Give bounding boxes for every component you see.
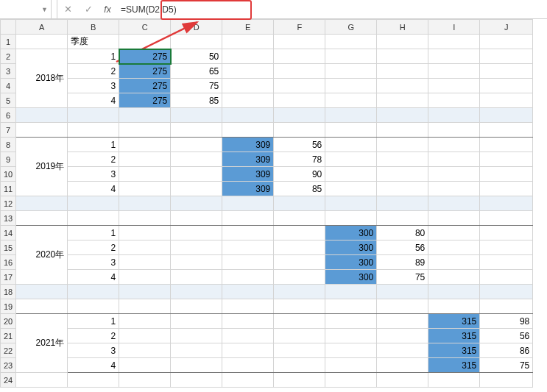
cell[interactable]	[377, 93, 428, 108]
cell[interactable]: 56	[274, 138, 325, 152]
cell[interactable]	[428, 182, 480, 196]
row-header[interactable]: 15	[1, 240, 16, 255]
row-header[interactable]: 13	[1, 211, 16, 226]
cell[interactable]	[16, 211, 68, 226]
cell[interactable]	[377, 299, 428, 314]
cell[interactable]	[480, 255, 533, 270]
cell[interactable]: 89	[377, 255, 428, 270]
cell[interactable]	[119, 314, 171, 329]
cell[interactable]: 75	[377, 270, 428, 285]
row-header[interactable]: 18	[1, 285, 16, 299]
spreadsheet-grid[interactable]: A B C D E F G H I J 1 季度 2 2018年 1 275 5…	[0, 19, 533, 388]
row-header[interactable]: 7	[1, 123, 16, 138]
col-header[interactable]: A	[16, 20, 68, 35]
cell[interactable]	[16, 35, 68, 49]
cell[interactable]	[480, 373, 533, 388]
cell[interactable]	[377, 211, 428, 226]
row-header[interactable]: 19	[1, 299, 16, 314]
cell[interactable]: 75	[171, 79, 222, 93]
cell[interactable]	[428, 167, 480, 182]
cell[interactable]	[377, 152, 428, 167]
cell[interactable]	[68, 285, 119, 299]
cell[interactable]	[480, 211, 533, 226]
cell[interactable]	[428, 93, 480, 108]
cell[interactable]	[274, 314, 325, 329]
cell[interactable]: 315	[428, 358, 480, 373]
cell[interactable]	[325, 93, 377, 108]
cell[interactable]	[377, 79, 428, 93]
cell[interactable]	[428, 64, 480, 79]
cell[interactable]	[16, 299, 68, 314]
row-header[interactable]: 11	[1, 182, 16, 196]
row-header[interactable]: 20	[1, 314, 16, 329]
cell[interactable]	[480, 64, 533, 79]
cell[interactable]	[274, 108, 325, 123]
cell[interactable]	[377, 373, 428, 388]
cell[interactable]	[222, 64, 274, 79]
cell[interactable]: 3	[68, 167, 119, 182]
cell[interactable]	[428, 49, 480, 64]
cell[interactable]	[428, 255, 480, 270]
cell[interactable]: 1	[68, 226, 119, 240]
cell[interactable]	[428, 35, 480, 49]
cell[interactable]	[377, 343, 428, 358]
cell[interactable]	[171, 182, 222, 196]
cell[interactable]	[171, 211, 222, 226]
row-header[interactable]: 3	[1, 64, 16, 79]
cell[interactable]	[274, 49, 325, 64]
cell[interactable]	[428, 270, 480, 285]
formula-input[interactable]: =SUM(D2:D5)	[116, 0, 547, 18]
cell[interactable]	[222, 314, 274, 329]
cell[interactable]	[171, 226, 222, 240]
cell[interactable]	[16, 108, 68, 123]
cell[interactable]	[377, 64, 428, 79]
cell[interactable]	[480, 299, 533, 314]
cell[interactable]	[171, 152, 222, 167]
cell[interactable]	[222, 79, 274, 93]
cell[interactable]	[171, 314, 222, 329]
cell[interactable]	[480, 182, 533, 196]
year-cell[interactable]: 2020年	[16, 226, 68, 285]
cell[interactable]: 86	[480, 343, 533, 358]
cell[interactable]: 56	[480, 329, 533, 343]
cell[interactable]: 3	[68, 255, 119, 270]
cell[interactable]	[377, 123, 428, 138]
cell[interactable]: 2	[68, 240, 119, 255]
cell[interactable]	[377, 182, 428, 196]
cell[interactable]	[274, 329, 325, 343]
cell[interactable]	[171, 123, 222, 138]
cell[interactable]	[325, 373, 377, 388]
cell[interactable]: 4	[68, 93, 119, 108]
cell[interactable]	[428, 79, 480, 93]
cell[interactable]	[222, 285, 274, 299]
cell[interactable]	[171, 358, 222, 373]
cell[interactable]	[119, 226, 171, 240]
year-cell[interactable]: 2019年	[16, 138, 68, 196]
cell[interactable]	[119, 138, 171, 152]
col-header[interactable]: H	[377, 20, 428, 35]
cell[interactable]: 90	[274, 167, 325, 182]
cell[interactable]	[68, 299, 119, 314]
cell[interactable]	[377, 108, 428, 123]
cell[interactable]	[68, 196, 119, 211]
name-box[interactable]: ▼	[0, 0, 52, 18]
cell[interactable]	[274, 358, 325, 373]
cell[interactable]	[171, 299, 222, 314]
cell[interactable]: 65	[171, 64, 222, 79]
cell[interactable]	[377, 35, 428, 49]
cell[interactable]	[428, 152, 480, 167]
select-all-corner[interactable]	[1, 20, 16, 35]
cell[interactable]	[171, 35, 222, 49]
cell[interactable]: 98	[480, 314, 533, 329]
cell[interactable]	[377, 138, 428, 152]
cell[interactable]: 4	[68, 270, 119, 285]
cell[interactable]	[325, 285, 377, 299]
cell[interactable]	[222, 49, 274, 64]
cell[interactable]	[171, 373, 222, 388]
cell[interactable]: 309	[222, 167, 274, 182]
year-cell[interactable]: 2021年	[16, 314, 68, 373]
cell[interactable]	[480, 285, 533, 299]
cell[interactable]: 300	[325, 226, 377, 240]
cell[interactable]	[480, 35, 533, 49]
row-header[interactable]: 10	[1, 167, 16, 182]
